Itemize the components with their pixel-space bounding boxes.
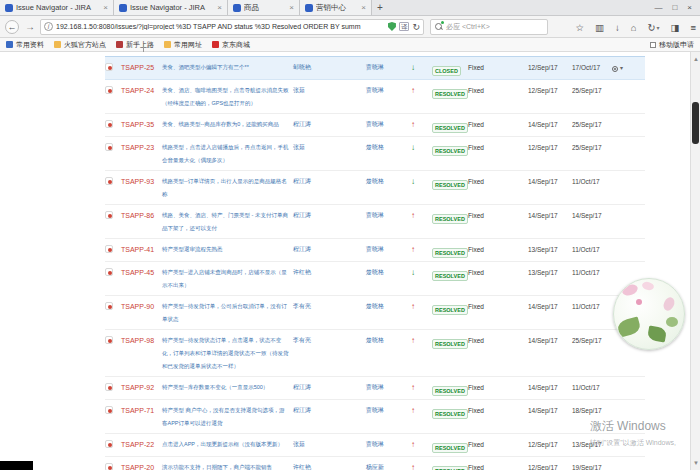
assignee-link[interactable]: 程江涛 [293, 381, 366, 394]
menu-icon[interactable]: ≡ [690, 22, 696, 33]
issue-key-link[interactable]: TSAPP-41 [121, 243, 162, 256]
reporter-link[interactable]: 贾晓琳 [366, 61, 411, 74]
forward-button[interactable]: → [25, 21, 35, 32]
search-input[interactable]: 必应 <Ctrl+K> [430, 19, 548, 35]
assignee-link[interactable]: 程江涛 [293, 404, 366, 417]
scrollbar-thumb[interactable] [692, 102, 699, 144]
assignee-link[interactable]: 程江涛 [293, 243, 366, 256]
screenshot-tool-icon[interactable]: ◨ [670, 22, 679, 33]
translate-icon[interactable]: 译 [399, 22, 410, 31]
issue-key-link[interactable]: TSAPP-20 [121, 461, 162, 470]
assignee-link[interactable]: 李有亮 [293, 300, 366, 313]
issue-key-link[interactable]: TSAPP-22 [121, 438, 162, 451]
home-icon[interactable]: ⌂ [631, 22, 637, 33]
bookmark-star-icon[interactable]: ☆ [575, 22, 584, 33]
issue-row[interactable]: TSAPP-90 特产类型--待发货订单，公司后台取消订单，没有订单状态 李有亮… [105, 296, 645, 330]
tab-close-icon[interactable]: × [215, 3, 222, 12]
library-icon[interactable]: ▥ [595, 22, 604, 33]
issue-key-link[interactable]: TSAPP-98 [121, 334, 162, 347]
assignee-link[interactable]: 张茹 [293, 438, 366, 451]
assignee-link[interactable]: 张茹 [293, 141, 366, 154]
issue-summary-link[interactable]: 特产类型--库存数量不变化（一直显示500） [162, 381, 293, 394]
reporter-link[interactable]: 楚晓格 [366, 300, 411, 313]
browser-tab[interactable]: Issue Navigator - JIRA × [114, 0, 228, 15]
issue-summary-link[interactable]: 美食、酒吧类型小编辑下方有三个** [162, 61, 293, 74]
browser-tab[interactable]: 营销中心 × [300, 0, 372, 15]
issue-row[interactable]: TSAPP-20 演示功能不支持，日期随下，商户端不能销售 许红艳 杨应新 ↑ … [105, 457, 645, 470]
issue-summary-link[interactable]: 美食、酒店、咖啡地图类型，点击导航提示消息失败（经纬度是正确的，GPS也是打开的… [162, 84, 293, 110]
assignee-link[interactable]: 许红艳 [293, 266, 366, 279]
issue-summary-link[interactable]: 特产类型退审流程先熟悉 [162, 243, 293, 256]
new-tab-button[interactable]: + [372, 0, 388, 15]
issue-key-link[interactable]: TSAPP-71 [121, 404, 162, 417]
issue-key-link[interactable]: TSAPP-93 [121, 175, 162, 188]
bookmark-item[interactable]: 常用网址 [164, 40, 202, 50]
page-scrollbar[interactable]: ▲ ▼ [690, 52, 700, 470]
issue-key-link[interactable]: TSAPP-23 [121, 141, 162, 154]
scroll-down-icon[interactable]: ▼ [691, 458, 700, 468]
issue-summary-link[interactable]: 点击进入APP，出现更新提示框（没有版本更新） [162, 438, 293, 451]
reporter-link[interactable]: 贾晓琳 [366, 84, 411, 97]
issue-key-link[interactable]: TSAPP-24 [121, 84, 162, 97]
issue-row[interactable]: TSAPP-45 特产类型--进入店铺未查询商品时，店铺不显示（显示不出来） 许… [105, 262, 645, 296]
back-button[interactable]: ← [5, 20, 19, 34]
reporter-link[interactable]: 贾晓琳 [366, 381, 411, 394]
assignee-link[interactable]: 李有亮 [293, 334, 366, 347]
reporter-link[interactable]: 贾晓琳 [366, 209, 411, 222]
issue-row[interactable]: TSAPP-41 特产类型退审流程先熟悉 程江涛 贾晓琳 ↑ RESOLVED … [105, 239, 645, 262]
issue-key-link[interactable]: TSAPP-92 [121, 381, 162, 394]
reporter-link[interactable]: 杨应新 [366, 461, 411, 470]
issue-row[interactable]: TSAPP-93 线路类型--订单详情页，出行人显示的是商品规格名称 程江涛 楚… [105, 171, 645, 205]
tab-close-icon[interactable]: × [287, 3, 294, 12]
issue-summary-link[interactable]: 特产类型 商户中心，没有是否支持退货勾选项，游客APP订单可以进行退货 [162, 404, 293, 430]
close-button[interactable]: × [687, 3, 692, 12]
issue-row[interactable]: TSAPP-35 美食、线路类型--商品库存数为0，还能购买商品 程江涛 贾晓琳… [105, 114, 645, 137]
assignee-link[interactable]: 邹晓艳 [293, 61, 366, 74]
browser-tab[interactable]: 商品 × [228, 0, 300, 15]
issue-summary-link[interactable]: 美食、线路类型--商品库存数为0，还能购买商品 [162, 118, 293, 131]
tab-close-icon[interactable]: × [101, 3, 108, 12]
bookmark-item-mobile[interactable]: 移动版申请 [650, 40, 694, 50]
issue-summary-link[interactable]: 特产类型--进入店铺未查询商品时，店铺不显示（显示不出来） [162, 266, 293, 292]
issue-key-link[interactable]: TSAPP-25 [121, 61, 162, 74]
reporter-link[interactable]: 贾晓琳 [366, 404, 411, 417]
assignee-link[interactable]: 程江涛 [293, 118, 366, 131]
maximize-button[interactable]: □ [672, 3, 677, 12]
reporter-link[interactable]: 贾晓琳 [366, 118, 411, 131]
issue-key-link[interactable]: TSAPP-90 [121, 300, 162, 313]
reporter-link[interactable]: 楚晓格 [366, 175, 411, 188]
issue-row[interactable]: TSAPP-92 特产类型--库存数量不变化（一直显示500） 程江涛 贾晓琳 … [105, 377, 645, 400]
minimize-button[interactable]: — [654, 3, 662, 12]
issue-row[interactable]: TSAPP-24 美食、酒店、咖啡地图类型，点击导航提示消息失败（经纬度是正确的… [105, 80, 645, 114]
issue-row[interactable]: TSAPP-71 特产类型 商户中心，没有是否支持退货勾选项，游客APP订单可以… [105, 400, 645, 434]
issue-row[interactable]: TSAPP-25 美食、酒吧类型小编辑下方有三个** 邹晓艳 贾晓琳 ↓ CLO… [105, 56, 645, 80]
reporter-link[interactable]: 楚晓格 [366, 266, 411, 279]
issue-row[interactable]: TSAPP-98 特产类型--待发货状态订单，点击退单，状态不变化，订单列表和订… [105, 330, 645, 377]
issue-row[interactable]: TSAPP-86 线路、美食、酒店、特产、门票类型 - 未支付订单商品下架了，还… [105, 205, 645, 239]
reporter-link[interactable]: 楚晓格 [366, 141, 411, 154]
bookmark-item[interactable]: 火狐官方站点 [54, 40, 106, 50]
issue-summary-link[interactable]: 特产类型--待发货订单，公司后台取消订单，没有订单状态 [162, 300, 293, 326]
assignee-link[interactable]: 许红艳 [293, 461, 366, 470]
assignee-link[interactable]: 张茹 [293, 84, 366, 97]
assignee-link[interactable]: 程江涛 [293, 209, 366, 222]
assignee-link[interactable]: 程江涛 [293, 175, 366, 188]
reporter-link[interactable]: 贾晓琳 [366, 243, 411, 256]
issue-row[interactable]: TSAPP-23 线路类型，点击进入店铺播放后，再点击返回，手机会音量最大化（偶… [105, 137, 645, 171]
bookmark-item[interactable]: 京东商城 [212, 40, 250, 50]
reload-button[interactable]: ↻ [412, 22, 420, 32]
shield-icon[interactable] [388, 22, 396, 31]
issue-key-link[interactable]: TSAPP-45 [121, 266, 162, 279]
browser-tab[interactable]: Issue Navigator - JIRA × [0, 0, 114, 15]
issue-summary-link[interactable]: 特产类型--待发货状态订单，点击退单，状态不变化，订单列表和订单详情的退货状态不… [162, 334, 293, 373]
issue-summary-link[interactable]: 线路类型，点击进入店铺播放后，再点击返回，手机会音量最大化（偶现多次） [162, 141, 293, 167]
reporter-link[interactable]: 贾晓琳 [366, 438, 411, 451]
issue-key-link[interactable]: TSAPP-35 [121, 118, 162, 131]
issue-summary-link[interactable]: 演示功能不支持，日期随下，商户端不能销售 [162, 461, 293, 470]
url-bar[interactable]: i 192.168.1.50:8080/issues/?jql=project … [40, 19, 424, 35]
tab-close-icon[interactable]: × [359, 3, 366, 12]
bookmark-item[interactable]: 常用资料 [6, 40, 44, 50]
url-text[interactable]: 192.168.1.50:8080/issues/?jql=project %3… [56, 23, 385, 30]
reporter-link[interactable]: 楚晓格 [366, 334, 411, 347]
site-info-icon[interactable]: i [44, 22, 53, 31]
